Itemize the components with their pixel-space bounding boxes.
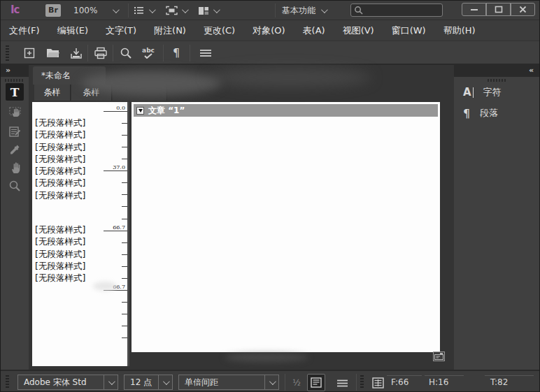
smudge-artifact <box>207 68 371 87</box>
paragraph-style-row[interactable]: [无段落样式] <box>35 165 85 177</box>
paragraph-style-list-top: [无段落样式][无段落样式][无段落样式][无段落样式][无段落样式][无段落样… <box>35 117 85 201</box>
window-controls <box>462 3 535 16</box>
maximize-button[interactable] <box>486 3 511 16</box>
line-numbers-toggle[interactable]: ½ <box>289 376 304 390</box>
open-document-button[interactable] <box>44 44 62 62</box>
incopy-window: Ic Br 100% 基本功能 <box>0 0 540 392</box>
font-family-dropdown[interactable]: Adobe 宋体 Std <box>17 375 118 390</box>
paragraph-style-row[interactable]: [无段落样式] <box>35 177 85 189</box>
right-panel-grip[interactable] <box>488 79 507 82</box>
zoom-tool-icon <box>8 180 21 192</box>
toolbar-grip[interactable] <box>6 45 9 61</box>
arrange-documents-icon <box>198 6 209 15</box>
chevron-down-icon <box>104 375 118 389</box>
font-size-dropdown[interactable]: 12 点 <box>124 375 173 390</box>
hamburger-menu-icon <box>336 379 348 387</box>
menu-item-6[interactable]: 表(A) <box>303 24 325 37</box>
print-button[interactable] <box>92 44 110 62</box>
paragraph-style-row[interactable]: [无段落样式] <box>35 153 85 165</box>
paragraph-style-row[interactable]: [无段落样式] <box>35 129 85 140</box>
view-tab-galley[interactable]: 条样 <box>34 85 71 101</box>
paragraph-panel-button[interactable]: ¶ 段落 <box>454 104 540 122</box>
story-header[interactable]: 文章 “1” <box>134 104 438 117</box>
find-button[interactable] <box>117 44 135 62</box>
status-bar: Adobe 宋体 Std 12 点 单倍间距 ½ F:66 H:16 T:82 <box>1 370 540 392</box>
character-panel-label: 字符 <box>483 86 502 99</box>
collapse-panel-icon[interactable]: » <box>6 66 10 75</box>
new-document-button[interactable] <box>20 44 38 62</box>
titlebar-separator <box>275 3 276 17</box>
paragraph-style-row[interactable]: [无段落样式] <box>35 260 85 272</box>
menu-item-7[interactable]: 视图(V) <box>343 24 374 37</box>
story-end-indicator <box>433 351 445 361</box>
leading-dropdown[interactable]: 单倍间距 <box>178 375 279 390</box>
main-area: » T <box>1 65 540 370</box>
toolbar-menu-button[interactable] <box>197 44 215 62</box>
eyedropper-tool-icon <box>8 143 21 156</box>
search-box[interactable] <box>350 3 443 17</box>
tools-panel-grip[interactable] <box>5 79 24 82</box>
zoom-tool[interactable] <box>6 177 24 194</box>
statusbar-menu-button[interactable] <box>334 377 350 389</box>
arrange-documents-dropdown[interactable] <box>198 3 226 17</box>
zoom-level-dropdown[interactable]: 100% <box>68 3 122 17</box>
ruler-tick <box>122 278 127 279</box>
paragraph-style-row[interactable]: [无段落样式] <box>35 272 85 284</box>
position-tool[interactable] <box>6 103 24 120</box>
collapse-panel-icon[interactable]: « <box>529 66 534 75</box>
ruler-tick <box>122 266 127 267</box>
menu-item-0[interactable]: 文件(F) <box>9 24 40 37</box>
paragraph-style-row[interactable]: [无段落样式] <box>35 189 85 201</box>
menu-item-1[interactable]: 编辑(E) <box>57 24 88 37</box>
statusbar-grip[interactable] <box>360 375 364 389</box>
hand-tool[interactable] <box>6 159 24 176</box>
paragraph-style-row[interactable]: [无段落样式] <box>35 117 85 129</box>
note-tool[interactable] <box>6 122 24 140</box>
close-button[interactable] <box>511 3 535 16</box>
view-options-dropdown[interactable] <box>134 3 162 17</box>
minimize-button[interactable] <box>462 3 486 16</box>
search-input[interactable] <box>363 5 433 15</box>
save-document-button[interactable] <box>67 44 85 62</box>
paragraph-style-row[interactable]: [无段落样式] <box>35 141 85 153</box>
chevron-down-icon <box>113 6 120 13</box>
triangle-down-icon <box>138 109 143 112</box>
menu-item-2[interactable]: 文字(T) <box>106 24 136 37</box>
workspace-switcher[interactable]: 基本功能 <box>282 3 326 17</box>
ruler-tick <box>122 123 127 124</box>
right-panel-header[interactable]: « <box>454 65 540 77</box>
titlebar: Ic Br 100% 基本功能 <box>1 1 540 20</box>
screen-mode-dropdown[interactable] <box>166 3 194 17</box>
right-panel: « A 字符 ¶ 段落 <box>454 65 540 370</box>
statusbar-grip[interactable] <box>6 375 9 389</box>
tools-panel-header[interactable]: » <box>1 65 29 77</box>
titlebar-separator <box>128 3 129 17</box>
menu-item-5[interactable]: 对象(O) <box>253 24 285 37</box>
toolbar-separator <box>113 45 113 61</box>
incopy-logo: Ic <box>10 3 19 16</box>
story-editor[interactable]: 文章 “1” <box>132 102 440 352</box>
paragraph-style-row[interactable]: [无段落样式] <box>35 248 85 260</box>
eyedropper-tool[interactable] <box>6 140 24 158</box>
menu-item-3[interactable]: 附注(N) <box>154 24 186 37</box>
menu-item-4[interactable]: 更改(C) <box>204 24 235 37</box>
story-view-icon <box>311 377 322 388</box>
menu-item-8[interactable]: 窗口(W) <box>392 24 426 37</box>
character-panel-button[interactable]: A 字符 <box>454 83 540 101</box>
paragraph-style-row[interactable]: [无段落样式] <box>35 235 85 247</box>
ruler-tick <box>122 326 127 326</box>
character-icon: A <box>463 86 474 99</box>
ruler-tick <box>122 242 127 243</box>
smudge-artifact <box>225 353 308 362</box>
show-hidden-characters-button[interactable]: ¶ <box>167 44 185 62</box>
type-tool[interactable]: T <box>6 83 24 101</box>
bridge-button[interactable]: Br <box>45 4 61 17</box>
paragraph-style-row[interactable]: [无段落样式] <box>35 224 85 235</box>
chevron-down-icon <box>158 375 172 389</box>
spellcheck-button[interactable]: abc <box>139 44 157 62</box>
collapse-story-button[interactable] <box>136 107 144 115</box>
story-view-toggle[interactable] <box>307 374 325 391</box>
search-icon <box>354 6 363 15</box>
menu-item-9[interactable]: 帮助(H) <box>443 24 476 37</box>
copyfit-info-icon[interactable] <box>370 375 385 390</box>
